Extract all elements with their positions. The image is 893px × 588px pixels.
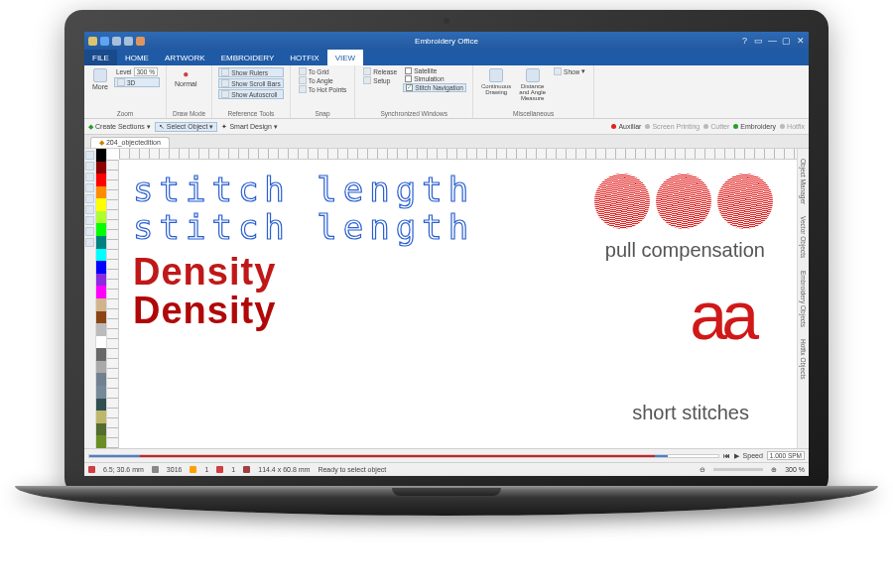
continuous-drawing-button[interactable]: Continuous Drawing [479,67,513,96]
color-swatch[interactable] [96,323,106,336]
laptop-hinge [15,486,878,516]
color-swatch[interactable] [96,274,106,287]
zoom-more-button[interactable]: More [90,67,110,91]
snap-grid-toggle[interactable]: To Grid [297,67,349,75]
maximize-button[interactable]: ▢ [782,36,791,46]
simulation-check[interactable]: Simulation [403,75,466,82]
panel-object-manager[interactable]: Object Manager [800,155,807,208]
minimize-button[interactable]: — [768,36,777,46]
3d-toggle[interactable]: 3D [114,77,160,87]
ribbon-toggle-icon[interactable]: ▭ [754,36,763,46]
color-swatch[interactable] [96,386,106,399]
drawmode-group-label: Draw Mode [173,109,205,117]
speed-value[interactable]: 1.000 SPM [767,451,805,460]
tab-home[interactable]: HOME [117,50,157,65]
tool-button[interactable] [85,205,94,214]
smart-design-button[interactable]: ✦Smart Design ▾ [221,123,277,131]
save-icon[interactable] [100,37,109,46]
tool-button[interactable] [85,162,94,171]
color-swatch[interactable] [96,298,106,311]
color-swatch[interactable] [96,348,106,361]
show-autoscroll-toggle[interactable]: Show Autoscroll [218,89,284,99]
color-swatch[interactable] [96,373,106,386]
show-rulers-toggle[interactable]: Show Rulers [218,67,284,77]
color-swatch[interactable] [96,361,106,374]
zoom-in-button[interactable]: ⊕ [771,466,777,474]
layer-auxiliar[interactable]: Auxiliar [611,123,641,130]
menu-file[interactable]: FILE [84,50,117,65]
progress-track[interactable] [88,454,719,458]
create-sections-button[interactable]: ◆Create Sections ▾ [88,123,151,131]
color-swatch[interactable] [96,223,106,236]
tool-button[interactable] [85,238,94,247]
right-sidebar: Object Manager Vector Objects Embroidery… [797,149,809,448]
select-object-button[interactable]: ↖Select Object ▾ [155,122,218,132]
satellite-check[interactable]: Satellite [403,67,466,74]
tool-button[interactable] [85,216,94,225]
title-bar: Embroidery Office ? ▭ — ▢ ✕ [84,32,809,50]
normal-label: Normal [175,80,197,87]
tab-hotfix[interactable]: HOTFIX [282,50,326,65]
zoom-level-value[interactable]: 300 % [134,67,158,76]
layer-cutter[interactable]: Cutter [703,123,729,130]
color-swatch[interactable] [96,236,106,249]
stitch-nav-check[interactable]: Stitch Navigation [403,83,466,92]
setup-button[interactable]: Setup [361,76,399,84]
panel-embroidery-objects[interactable]: Embroidery Objects [800,267,807,331]
prev-button[interactable]: ⏮ [723,452,730,459]
eye-icon [554,67,562,75]
tool-button[interactable] [85,173,94,181]
redo-icon[interactable] [124,37,133,46]
tool-button[interactable] [85,227,94,236]
layer-embroidery[interactable]: Embroidery [733,123,776,130]
zoom-out-button[interactable]: ⊖ [700,466,705,474]
color-swatch[interactable] [96,399,106,412]
zoom-slider[interactable] [713,468,763,471]
color-swatch[interactable] [96,286,106,298]
layer-screenprinting[interactable]: Screen Printing [645,123,700,130]
snap-hotpoints-label: To Hot Points [309,86,347,93]
help-icon[interactable]: ? [740,36,749,46]
design-canvas[interactable]: stitch length stitch length Density Dens… [107,149,797,448]
color-swatch[interactable] [96,423,106,436]
layer-hotfix[interactable]: Hotfix [780,123,805,130]
distance-measure-button[interactable]: Distance and Angle Measure [517,67,548,102]
color-swatch[interactable] [96,186,106,199]
color-swatch[interactable] [96,411,106,423]
color-swatch[interactable] [96,311,106,324]
app-icon [88,37,97,46]
tool-button[interactable] [85,194,94,203]
tab-view[interactable]: VIEW [327,50,363,65]
tab-embroidery[interactable]: EMBROIDERY [213,50,283,65]
color-swatch[interactable] [96,249,106,262]
color-swatch[interactable] [96,149,106,162]
play-button[interactable]: ▶ [734,452,739,460]
document-tab[interactable]: ◆ 204_objectedition [90,137,170,148]
close-button[interactable]: ✕ [796,36,805,46]
checkbox-checked-icon [406,84,413,91]
color-swatch[interactable] [96,162,106,175]
qat-icon[interactable] [136,37,145,46]
color-swatch[interactable] [96,435,106,448]
ruler-icon [221,68,229,76]
snap-angle-toggle[interactable]: To Angle [297,76,349,84]
color-swatch[interactable] [96,174,106,186]
color-swatch[interactable] [96,336,106,349]
show-dropdown[interactable]: Show ▾ [552,67,587,75]
snap-hotpoints-toggle[interactable]: To Hot Points [297,85,349,93]
undo-icon[interactable] [112,37,121,46]
release-button[interactable]: Release [361,67,399,75]
show-scrollbars-toggle[interactable]: Show Scroll Bars [218,78,284,88]
color-swatch[interactable] [96,211,106,224]
panel-hotfix-objects[interactable]: Hotfix Objects [800,335,807,383]
tool-button[interactable] [85,151,94,160]
panel-vector-objects[interactable]: Vector Objects [800,212,807,262]
gear-icon [363,76,371,84]
zoom-level-field[interactable]: Level 300 % [114,67,160,76]
color-swatch[interactable] [96,198,106,211]
tab-artwork[interactable]: ARTWORK [157,50,213,65]
select-object-label: Select Object [167,123,208,130]
tool-button[interactable] [85,183,94,192]
normal-mode-button[interactable]: ●Normal [173,67,199,88]
color-swatch[interactable] [96,261,106,274]
